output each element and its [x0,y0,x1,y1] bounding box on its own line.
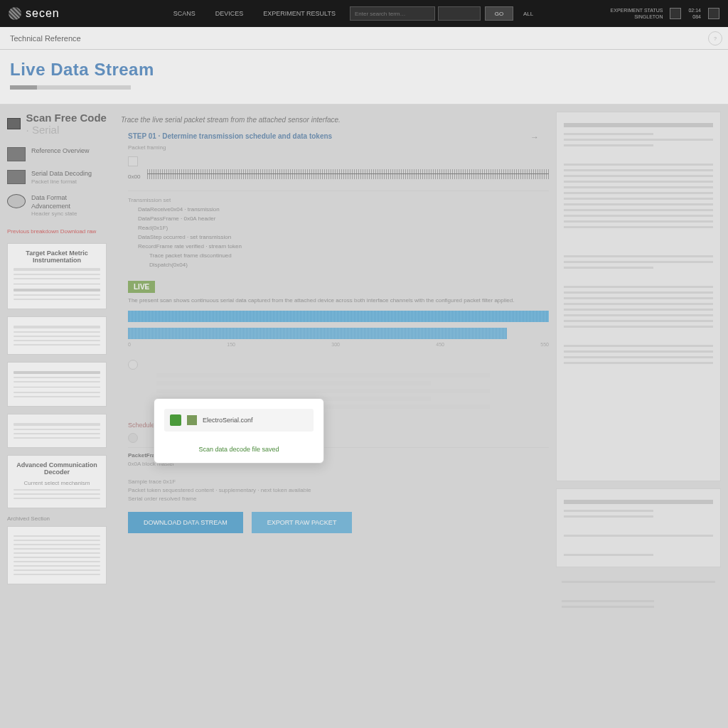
calendar-icon[interactable] [670,8,681,19]
chart-x-ticks: 0 150 300 450 550 [128,342,549,347]
step-section: → STEP 01 · Determine transmission sched… [128,132,549,268]
sidebar-card-archive [7,526,107,584]
section-heading: Scan Free Code · Serial [26,112,107,136]
card-subtitle: Current select mechanism [14,480,100,486]
chart-series-a [128,311,549,322]
user-icon [128,360,138,370]
token-line: Sample trace 0x1F [128,478,549,485]
sidebar-card-metrics: Target Packet Metric Instrumentation [7,243,107,309]
popup-file-row[interactable]: ElectroSerial.conf [164,409,314,432]
download-stream-button[interactable]: DOWNLOAD DATA STREAM [128,512,243,533]
breadcrumb-bar: Technical Reference ? [0,27,728,50]
status-count: 084 [692,14,701,20]
log-line: Read(0x1F) [138,225,549,231]
stream-chart[interactable]: 0 150 300 450 550 [128,311,549,347]
search-go-button[interactable]: GO [485,6,513,21]
search-group: GO [350,6,513,21]
main-content: Trace the live serial packet stream from… [114,112,549,614]
grid-icon[interactable] [708,8,719,19]
card-title: Target Packet Metric Instrumentation [14,250,100,264]
log-line: RecordFrame rate verified · stream token [138,243,549,250]
save-confirmation-popup: ElectroSerial.conf Scan data decode file… [154,398,324,464]
chart-description: The present scan shows continuous serial… [128,297,549,304]
placeholder-line [14,268,100,271]
popup-filename: ElectroSerial.conf [203,417,253,424]
status-line-2: SINGLETON [634,14,663,20]
log-line: DataReceive0x04 · transmission [138,206,549,213]
log-line: DataPassFrame · 0x0A header [138,215,549,222]
token-line: Serial order resolved frame [128,496,549,502]
disc-icon [7,194,26,208]
tab-strip[interactable] [10,85,131,90]
step-sub: Packet framing [128,144,549,151]
sidebar-item-decoding[interactable]: Serial Data DecodingPacket line format [7,166,107,190]
sidebar-item-label: Data Format AdvancementHeader sync state [31,194,107,218]
download-raw-link[interactable]: Previous breakdown Download raw [7,228,107,235]
doc-icon [7,147,26,161]
status-text: EXPERIMENT STATUS SINGLETON [611,7,663,20]
sidebar-card-block [7,414,107,448]
log-list: DataReceive0x04 · transmission DataPassF… [138,206,549,268]
sidebar-item-overview[interactable]: Reference Overview [7,143,107,166]
left-sidebar: Scan Free Code · Serial Reference Overvi… [7,112,107,614]
chip-icon [7,118,21,129]
topbar-status: EXPERIMENT STATUS SINGLETON 02:14 084 [611,7,719,20]
sidebar-card-decoder: Advanced Communication Decoder Current s… [7,455,107,508]
status-time: 02:14 084 [688,7,701,20]
right-footer [556,574,721,614]
token-icon [128,433,138,443]
step-icon [128,156,138,166]
breadcrumb[interactable]: Technical Reference [10,34,81,43]
primary-nav: SCANS DEVICES EXPERIMENT RESULTS [173,10,336,17]
ruler-start-label: 0x00 [128,173,140,180]
status-time-val: 02:14 [688,7,701,14]
sidebar-item-format[interactable]: Data Format AdvancementHeader sync state [7,190,107,223]
brand-text: secen [26,7,60,20]
search-input[interactable] [350,6,435,21]
stack-icon [7,170,26,184]
content-body: Scan Free Code · Serial Reference Overvi… [0,105,728,614]
action-bar: DOWNLOAD DATA STREAM EXPORT RAW PACKET [128,512,549,533]
search-filter-input[interactable] [438,6,481,21]
token-line: Packet token sequestered content · suppl… [128,487,549,493]
status-line-1: EXPERIMENT STATUS [611,7,663,14]
chart-series-b [128,328,507,339]
page-title: Live Data Stream [10,60,718,80]
popup-message: Scan data decode file saved [164,446,314,453]
sidebar-item-label: Serial Data DecodingPacket line format [31,170,92,186]
log-heading: Transmission set [128,197,549,203]
log-line: Dispatch(0x04) [149,262,549,268]
right-panel-main [556,112,721,481]
nav-scans[interactable]: SCANS [173,10,196,17]
sidebar-item-label: Reference Overview [31,147,90,161]
brand-logo[interactable]: secen [9,7,60,20]
help-icon[interactable]: ? [708,31,722,46]
nav-devices[interactable]: DEVICES [215,10,244,17]
topbar: secen SCANS DEVICES EXPERIMENT RESULTS G… [0,0,728,27]
intro-text: Trace the live serial packet stream from… [121,116,549,124]
step-heading: STEP 01 · Determine transmission schedul… [128,132,549,140]
log-line: Trace packet frame discontinued [149,252,549,259]
file-icon [187,415,197,425]
nav-results[interactable]: EXPERIMENT RESULTS [263,10,336,17]
card-title: Advanced Communication Decoder [14,461,100,476]
sidebar-footer-label: Archived Section [7,515,107,522]
live-badge: LIVE [128,281,155,293]
logo-icon [9,7,21,20]
export-raw-button[interactable]: EXPORT RAW PACKET [252,512,353,533]
right-panel-sub [556,488,721,567]
sidebar-card-block [7,316,107,355]
hero: Live Data Stream [0,50,728,105]
log-line: DataStep occurred · set transmission [138,234,549,240]
arrow-right-icon[interactable]: → [530,132,539,142]
section-title: Scan Free Code · Serial [7,112,107,136]
live-chart-section: LIVE The present scan shows continuous s… [128,281,549,409]
right-sidebar [556,112,721,614]
page-title-text: Live Data Stream [10,60,154,79]
check-icon [170,414,181,426]
timeline-ruler[interactable] [147,169,549,179]
sidebar-card-block [7,362,107,407]
scope-label[interactable]: ALL [523,11,533,17]
